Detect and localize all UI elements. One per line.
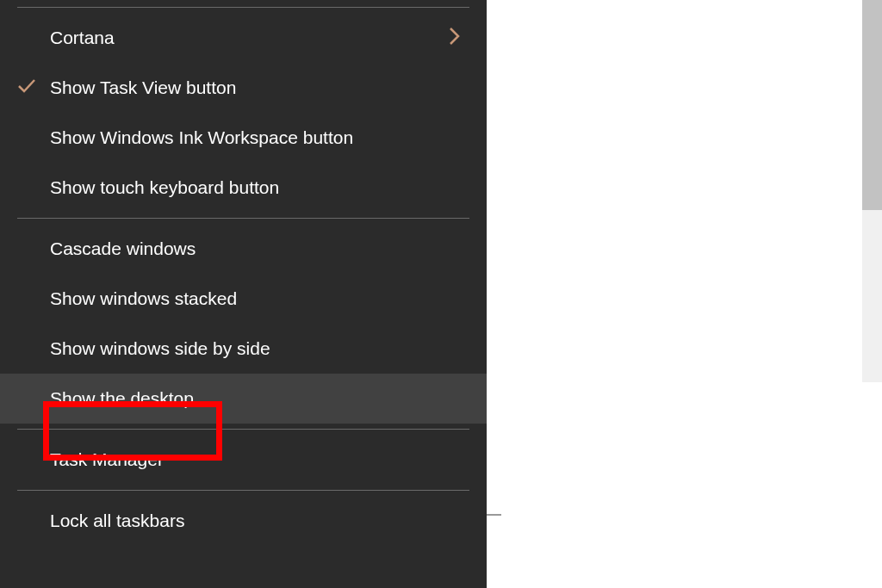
menu-separator: [17, 490, 469, 491]
menu-item-cascade-windows[interactable]: Cascade windows: [0, 224, 487, 274]
menu-label: Show Windows Ink Workspace button: [50, 127, 469, 148]
menu-separator: [17, 7, 469, 8]
menu-label: Show Task View button: [50, 77, 469, 98]
scrollbar-thumb[interactable]: [862, 0, 882, 210]
menu-item-show-desktop[interactable]: Show the desktop: [0, 374, 487, 424]
checkmark-icon: [17, 77, 36, 98]
menu-item-show-stacked[interactable]: Show windows stacked: [0, 274, 487, 324]
menu-label: Show windows stacked: [50, 288, 469, 309]
chevron-right-icon: [449, 27, 461, 50]
menu-separator: [17, 429, 469, 430]
menu-label: Cortana: [50, 28, 449, 48]
menu-separator: [17, 218, 469, 219]
window-border: [487, 0, 501, 516]
scrollbar-track: [862, 210, 882, 382]
menu-label: Cascade windows: [50, 238, 469, 259]
menu-label: Show the desktop: [50, 388, 469, 409]
menu-item-show-touch-keyboard[interactable]: Show touch keyboard button: [0, 163, 487, 213]
menu-item-cortana[interactable]: Cortana: [0, 13, 487, 63]
menu-label: Task Manager: [50, 449, 469, 470]
menu-item-show-ink-workspace[interactable]: Show Windows Ink Workspace button: [0, 113, 487, 163]
menu-label: Show windows side by side: [50, 338, 469, 359]
menu-item-show-side-by-side[interactable]: Show windows side by side: [0, 324, 487, 374]
menu-item-toolbars[interactable]: Toolbars: [0, 0, 487, 2]
menu-item-task-manager[interactable]: Task Manager: [0, 435, 487, 485]
menu-label: Show touch keyboard button: [50, 177, 469, 198]
background-area: [487, 0, 882, 588]
menu-item-lock-taskbars[interactable]: Lock all taskbars: [0, 496, 487, 546]
menu-label: Lock all taskbars: [50, 511, 469, 531]
menu-item-show-task-view[interactable]: Show Task View button: [0, 63, 487, 113]
taskbar-context-menu: Toolbars Cortana Show Task View button S…: [0, 0, 487, 588]
